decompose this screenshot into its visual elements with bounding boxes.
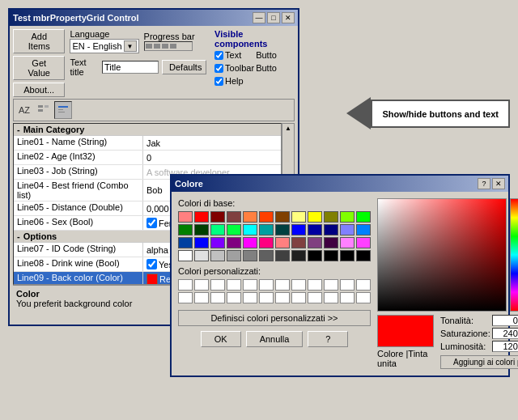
luminosita-input[interactable] bbox=[492, 341, 518, 352]
custom-color-cell[interactable] bbox=[275, 279, 290, 291]
annulla-button[interactable]: Annulla bbox=[246, 331, 304, 347]
text-title-input[interactable] bbox=[102, 61, 159, 74]
custom-color-cell[interactable] bbox=[259, 279, 274, 291]
custom-color-cell[interactable] bbox=[178, 279, 193, 291]
basic-color-cell[interactable] bbox=[308, 224, 322, 235]
help-dialog-button[interactable]: ? bbox=[308, 331, 348, 347]
basic-color-cell[interactable] bbox=[259, 224, 274, 235]
basic-color-cell[interactable] bbox=[194, 237, 209, 248]
minimize-button[interactable]: — bbox=[253, 12, 265, 23]
basic-color-cell[interactable] bbox=[259, 211, 274, 223]
spectrum-canvas[interactable] bbox=[377, 198, 507, 312]
basic-color-cell[interactable] bbox=[324, 224, 338, 235]
custom-color-cell[interactable] bbox=[227, 279, 241, 291]
basic-color-cell[interactable] bbox=[210, 250, 225, 261]
properties-icon[interactable] bbox=[54, 101, 72, 119]
basic-color-cell[interactable] bbox=[308, 211, 322, 223]
about-button[interactable]: About... bbox=[13, 83, 65, 97]
custom-color-cell[interactable] bbox=[291, 279, 306, 291]
basic-color-cell[interactable] bbox=[324, 250, 338, 261]
basic-color-cell[interactable] bbox=[275, 237, 290, 248]
basic-color-cell[interactable] bbox=[340, 224, 355, 235]
custom-color-cell[interactable] bbox=[356, 279, 371, 291]
sex-checkbox[interactable] bbox=[146, 218, 157, 228]
defaults-button[interactable]: Defaults bbox=[162, 60, 206, 74]
basic-color-cell[interactable] bbox=[210, 237, 225, 248]
custom-color-cell[interactable] bbox=[340, 279, 355, 291]
basic-color-cell[interactable] bbox=[194, 224, 209, 235]
ok-button[interactable]: OK bbox=[201, 331, 241, 347]
basic-color-cell[interactable] bbox=[259, 237, 274, 248]
basic-color-cell[interactable] bbox=[308, 237, 322, 248]
custom-color-cell[interactable] bbox=[194, 292, 209, 303]
basic-color-cell[interactable] bbox=[227, 224, 241, 235]
basic-color-cell[interactable] bbox=[178, 250, 193, 261]
basic-color-cell[interactable] bbox=[259, 250, 274, 261]
add-items-button[interactable]: Add Items bbox=[13, 29, 65, 53]
dropdown-arrow-icon[interactable]: ▼ bbox=[124, 40, 137, 52]
custom-color-cell[interactable] bbox=[259, 292, 274, 303]
text-checkbox[interactable] bbox=[214, 51, 223, 60]
custom-color-cell[interactable] bbox=[340, 292, 355, 303]
toolbar-checkbox[interactable] bbox=[214, 64, 223, 73]
basic-color-cell[interactable] bbox=[243, 211, 257, 223]
wine-checkbox[interactable] bbox=[146, 259, 157, 269]
basic-color-cell[interactable] bbox=[291, 237, 306, 248]
tonalita-input[interactable] bbox=[492, 315, 518, 326]
basic-color-cell[interactable] bbox=[356, 224, 371, 235]
help-checkbox[interactable] bbox=[214, 77, 223, 86]
color-close-button[interactable]: ✕ bbox=[492, 178, 505, 189]
alphabetical-icon[interactable]: AZ bbox=[15, 101, 33, 119]
color-help-button[interactable]: ? bbox=[478, 178, 490, 189]
basic-color-cell[interactable] bbox=[356, 250, 371, 261]
custom-color-cell[interactable] bbox=[324, 292, 338, 303]
basic-color-cell[interactable] bbox=[227, 237, 241, 248]
basic-color-cell[interactable] bbox=[308, 250, 322, 261]
add-to-custom-button[interactable]: Aggiungi ai colori personalizzati bbox=[440, 355, 518, 369]
custom-color-cell[interactable] bbox=[227, 292, 241, 303]
saturazione-input[interactable] bbox=[492, 328, 518, 339]
custom-color-cell[interactable] bbox=[291, 292, 306, 303]
basic-color-cell[interactable] bbox=[210, 211, 225, 223]
scroll-up-icon[interactable]: ▲ bbox=[285, 125, 291, 132]
basic-color-cell[interactable] bbox=[178, 224, 193, 235]
basic-color-cell[interactable] bbox=[324, 237, 338, 248]
basic-color-cell[interactable] bbox=[178, 211, 193, 223]
basic-color-cell[interactable] bbox=[243, 250, 257, 261]
basic-color-cell[interactable] bbox=[356, 211, 371, 223]
custom-color-cell[interactable] bbox=[275, 292, 290, 303]
custom-color-cell[interactable] bbox=[210, 279, 225, 291]
basic-color-cell[interactable] bbox=[324, 211, 338, 223]
basic-color-cell[interactable] bbox=[356, 237, 371, 248]
hue-bar[interactable] bbox=[510, 198, 518, 312]
basic-color-cell[interactable] bbox=[178, 237, 193, 248]
basic-color-cell[interactable] bbox=[291, 224, 306, 235]
close-button[interactable]: ✕ bbox=[282, 12, 295, 23]
custom-color-cell[interactable] bbox=[308, 292, 322, 303]
basic-color-cell[interactable] bbox=[275, 250, 290, 261]
custom-color-cell[interactable] bbox=[324, 279, 338, 291]
basic-color-cell[interactable] bbox=[194, 211, 209, 223]
custom-color-cell[interactable] bbox=[308, 279, 322, 291]
get-value-button[interactable]: Get Value bbox=[13, 56, 65, 80]
basic-color-cell[interactable] bbox=[340, 211, 355, 223]
basic-color-cell[interactable] bbox=[227, 211, 241, 223]
custom-color-cell[interactable] bbox=[178, 292, 193, 303]
basic-color-cell[interactable] bbox=[227, 250, 241, 261]
custom-color-cell[interactable] bbox=[194, 279, 209, 291]
maximize-button[interactable]: □ bbox=[267, 12, 280, 23]
custom-color-cell[interactable] bbox=[356, 292, 371, 303]
basic-color-cell[interactable] bbox=[243, 224, 257, 235]
basic-color-cell[interactable] bbox=[275, 211, 290, 223]
basic-color-cell[interactable] bbox=[340, 250, 355, 261]
basic-color-cell[interactable] bbox=[340, 237, 355, 248]
basic-color-cell[interactable] bbox=[243, 237, 257, 248]
categorized-icon[interactable] bbox=[35, 101, 53, 119]
custom-color-cell[interactable] bbox=[243, 279, 257, 291]
basic-color-cell[interactable] bbox=[291, 250, 306, 261]
define-colors-button[interactable]: Definisci colori personalizzati >> bbox=[178, 310, 371, 326]
basic-color-cell[interactable] bbox=[210, 224, 225, 235]
custom-color-cell[interactable] bbox=[243, 292, 257, 303]
basic-color-cell[interactable] bbox=[291, 211, 306, 223]
basic-color-cell[interactable] bbox=[275, 224, 290, 235]
